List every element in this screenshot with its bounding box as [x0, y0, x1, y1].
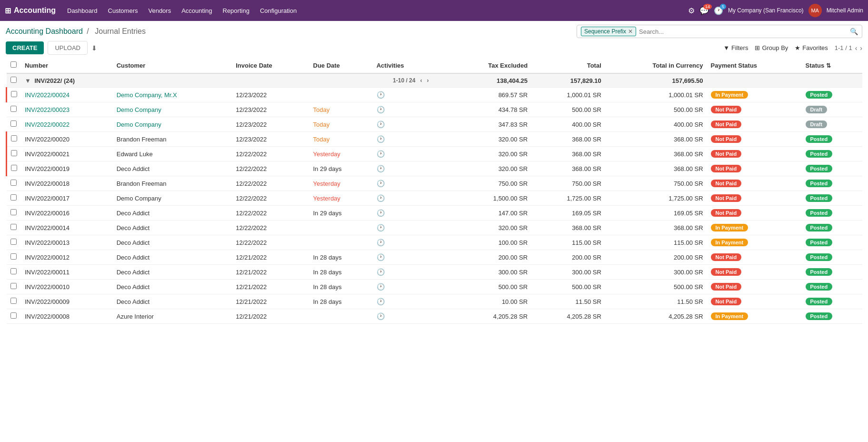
settings-icon[interactable]: ⚙ [688, 6, 695, 15]
row-checkbox[interactable] [10, 253, 17, 260]
total-currency: 368.00 SR [605, 147, 707, 161]
row-checkbox[interactable] [10, 224, 17, 230]
status: Draft [802, 102, 862, 117]
nav-configuration[interactable]: Configuration [255, 5, 301, 16]
invoice-number: INV/2022/00019 [21, 161, 113, 176]
total: 368.00 SR [531, 221, 605, 235]
chat-icon[interactable]: 💬 14 [699, 6, 709, 15]
table-row[interactable]: INV/2022/00019 Deco Addict 12/22/2022 In… [7, 161, 863, 176]
table-row[interactable]: INV/2022/00010 Deco Addict 12/21/2022 In… [7, 280, 863, 294]
row-checkbox[interactable] [11, 91, 17, 97]
payment-status-badge: Not Paid [711, 283, 742, 291]
customer-name[interactable]: Demo Company [113, 102, 232, 117]
search-input[interactable] [639, 28, 848, 35]
total-currency: 500.00 SR [605, 102, 707, 117]
nav-vendors[interactable]: Vendors [143, 5, 176, 16]
table-row[interactable]: INV/2022/00013 Deco Addict 12/22/2022 🕐 … [7, 235, 863, 250]
upload-button[interactable]: UPLOAD [48, 41, 87, 55]
row-checkbox[interactable] [10, 209, 17, 215]
col-payment-status: Payment Status [707, 58, 802, 73]
next-page-button[interactable]: › [860, 44, 862, 52]
invoice-number[interactable]: INV/2022/00024 [21, 88, 113, 102]
table-row[interactable]: INV/2022/00014 Deco Addict 12/22/2022 🕐 … [7, 221, 863, 235]
row-checkbox[interactable] [10, 106, 17, 112]
table-row[interactable]: INV/2022/00023 Demo Company 12/23/2022 T… [7, 102, 863, 117]
payment-status: Not Paid [707, 102, 802, 117]
col-activities: Activities [373, 58, 449, 73]
payment-status: Not Paid [707, 294, 802, 309]
total-currency: 300.00 SR [605, 265, 707, 280]
row-checkbox[interactable] [11, 165, 17, 171]
row-checkbox[interactable] [11, 135, 17, 141]
invoice-number: INV/2022/00012 [21, 250, 113, 265]
table-row[interactable]: INV/2022/00012 Deco Addict 12/21/2022 In… [7, 250, 863, 265]
row-checkbox[interactable] [10, 283, 17, 289]
group-header-row[interactable]: ▼ INV/2022/ (24) 1-10 / 24 ‹ › 138,404.2… [7, 73, 863, 88]
table-row[interactable]: INV/2022/00022 Demo Company 12/23/2022 T… [7, 117, 863, 132]
invoice-number[interactable]: INV/2022/00022 [21, 117, 113, 132]
search-bar: Sequence Prefix ✕ 🔍 [577, 25, 862, 38]
row-checkbox[interactable] [10, 239, 17, 245]
search-tag[interactable]: Sequence Prefix ✕ [581, 27, 636, 36]
activity-clock: 🕐 [373, 191, 449, 206]
nav-accounting[interactable]: Accounting [177, 5, 217, 16]
row-checkbox[interactable] [10, 180, 17, 186]
table-row[interactable]: INV/2022/00024 Demo Company, Mr.X 12/23/… [7, 88, 863, 102]
table-row[interactable]: INV/2022/00016 Deco Addict 12/22/2022 In… [7, 206, 863, 221]
total-currency: 200.00 SR [605, 250, 707, 265]
customer-name[interactable]: Demo Company [113, 117, 232, 132]
tax-excluded: 320.00 SR [449, 147, 531, 161]
row-checkbox[interactable] [10, 194, 17, 201]
nav-reporting[interactable]: Reporting [218, 5, 254, 16]
payment-status-badge: Not Paid [711, 194, 742, 202]
clock-icon[interactable]: 🕐 5 [714, 6, 723, 15]
table-row[interactable]: INV/2022/00021 Edward Luke 12/22/2022 Ye… [7, 147, 863, 161]
row-checkbox[interactable] [10, 268, 17, 274]
search-tag-remove[interactable]: ✕ [628, 28, 633, 35]
activity-clock: 🕐 [373, 88, 449, 102]
customer-name[interactable]: Demo Company, Mr.X [113, 88, 232, 102]
group-checkbox[interactable] [10, 77, 17, 83]
status-badge: Posted [806, 268, 833, 276]
row-checkbox[interactable] [11, 150, 17, 156]
group-toggle[interactable]: ▼ [25, 77, 31, 84]
total-currency: 1,000.01 SR [605, 88, 707, 102]
select-all-checkbox[interactable] [10, 61, 17, 68]
search-icon[interactable]: 🔍 [850, 28, 858, 35]
activity-clock: 🕐 [373, 147, 449, 161]
user-avatar[interactable]: MA [808, 4, 822, 17]
customer-name: Deco Addict [113, 280, 232, 294]
payment-status-badge: Not Paid [711, 180, 742, 187]
breadcrumb-current: Journal Entries [95, 27, 146, 35]
total: 500.00 SR [531, 102, 605, 117]
table-row[interactable]: INV/2022/00017 Demo Company 12/22/2022 Y… [7, 191, 863, 206]
payment-status-badge: Not Paid [711, 121, 742, 128]
app-brand[interactable]: ⊞ Accounting [5, 6, 56, 15]
table-row[interactable]: INV/2022/00011 Deco Addict 12/21/2022 In… [7, 265, 863, 280]
row-checkbox[interactable] [10, 298, 17, 304]
breadcrumb-link[interactable]: Accounting Dashboard [6, 27, 83, 35]
table-row[interactable]: INV/2022/00009 Deco Addict 12/21/2022 In… [7, 294, 863, 309]
col-invoice-date: Invoice Date [232, 58, 309, 73]
table-row[interactable]: INV/2022/00020 Brandon Freeman 12/23/202… [7, 132, 863, 147]
status: Posted [802, 294, 862, 309]
total: 115.00 SR [531, 235, 605, 250]
table-row[interactable]: INV/2022/00018 Brandon Freeman 12/22/202… [7, 176, 863, 191]
pagination-label: 1-1 / 1 [835, 44, 852, 51]
row-checkbox[interactable] [10, 121, 17, 127]
status-badge: Draft [806, 121, 828, 128]
filters-button[interactable]: ▼ Filters [723, 44, 748, 51]
status-badge: Posted [806, 253, 833, 261]
create-button[interactable]: CREATE [6, 41, 44, 54]
row-checkbox[interactable] [10, 312, 17, 319]
invoice-number[interactable]: INV/2022/00023 [21, 102, 113, 117]
nav-customers[interactable]: Customers [103, 5, 143, 16]
table-row[interactable]: INV/2022/00008 Azure Interior 12/21/2022… [7, 309, 863, 324]
group-by-button[interactable]: ⊞ Group By [755, 44, 788, 51]
prev-page-button[interactable]: ‹ [855, 44, 858, 52]
activity-clock: 🕐 [373, 221, 449, 235]
favorites-button[interactable]: ★ Favorites [795, 44, 828, 51]
download-icon[interactable]: ⬇ [91, 44, 97, 52]
nav-dashboard[interactable]: Dashboard [62, 5, 102, 16]
invoice-date: 12/23/2022 [232, 88, 309, 102]
